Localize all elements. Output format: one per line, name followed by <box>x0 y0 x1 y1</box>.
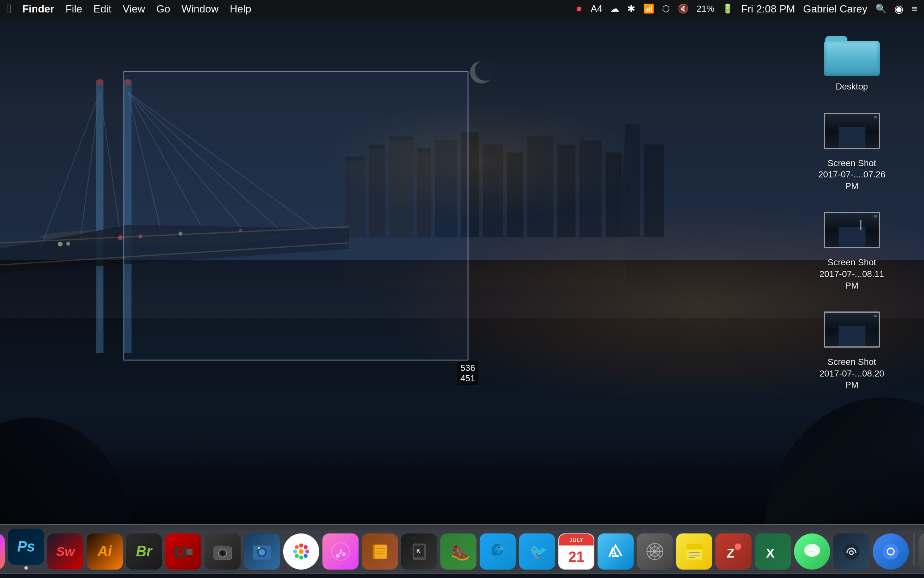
twitter-icon: 🐦 <box>519 533 555 570</box>
airplay-icon[interactable]: ⬡ <box>662 4 670 14</box>
photoshop-icon: Ps <box>8 529 44 565</box>
spotlight-icon[interactable]: 🔍 <box>875 4 886 14</box>
dock-separator <box>914 533 914 565</box>
menu-bar:  Finder File Edit View Go Window Help ⏺… <box>0 0 924 18</box>
dock-item-illustrator[interactable]: Ai <box>87 533 123 570</box>
menu-view[interactable]: View <box>123 3 145 15</box>
svg-line-4 <box>40 92 100 249</box>
dock-item-chromium[interactable] <box>873 533 909 570</box>
battery-percent: 21% <box>697 4 714 14</box>
svg-text:🥾: 🥾 <box>451 543 470 562</box>
excel-icon: X <box>755 533 791 570</box>
screenshot-1-icon[interactable]: Screen Shot 2017-07-....07.26 PM <box>812 109 892 192</box>
svg-rect-67 <box>218 545 223 548</box>
svg-rect-61 <box>186 549 192 555</box>
svg-point-72 <box>299 549 304 554</box>
acrobat-indicator[interactable]: A4 <box>591 3 602 14</box>
svg-point-75 <box>293 550 297 554</box>
dock-item-iphoto[interactable] <box>244 533 280 570</box>
iphoto-icon <box>244 533 280 570</box>
kindle-icon: K <box>401 533 437 570</box>
dock-item-red-giant[interactable] <box>165 533 201 570</box>
svg-point-76 <box>305 550 309 554</box>
svg-point-126 <box>888 549 894 554</box>
menu-go[interactable]: Go <box>156 3 170 15</box>
dock-item-screenshot[interactable] <box>919 533 924 570</box>
dock-item-hiking[interactable]: 🥾 <box>440 533 476 570</box>
dock-item-bridge[interactable]: Br <box>126 533 162 570</box>
screenshot-2-icon[interactable]: Screen Shot 2017-07-...08.11 PM <box>812 208 892 291</box>
screenshot-tool-icon <box>919 533 924 570</box>
wifi-icon[interactable]: 📶 <box>643 4 654 14</box>
screenshot-2-label: Screen Shot 2017-07-...08.11 PM <box>812 257 892 291</box>
screenshot-1-label: Screen Shot 2017-07-....07.26 PM <box>812 158 892 192</box>
cloud-icon[interactable]: ☁ <box>610 4 619 14</box>
user-icon[interactable]: ◉ <box>894 3 904 15</box>
dock-item-siri[interactable] <box>0 533 5 570</box>
dock-item-image-capture[interactable] <box>205 533 241 570</box>
svg-point-32 <box>475 60 496 81</box>
datetime[interactable]: Fri 2:08 PM <box>741 3 795 15</box>
desktop-folder-label: Desktop <box>836 81 868 93</box>
dock-item-ibooks[interactable] <box>362 533 398 570</box>
siri-icon <box>0 533 5 570</box>
svg-point-79 <box>295 554 299 558</box>
svg-point-98 <box>498 547 500 548</box>
svg-text:Z: Z <box>727 546 735 560</box>
bluetooth-icon[interactable]: ✱ <box>627 3 635 14</box>
svg-rect-26 <box>644 144 664 237</box>
svg-point-80 <box>304 554 308 558</box>
svg-line-10 <box>128 92 281 231</box>
svg-point-3 <box>125 79 131 85</box>
dock-item-launchpad[interactable] <box>637 533 673 570</box>
messages-icon: ... <box>794 533 830 570</box>
dock-item-kindle[interactable]: K <box>401 533 437 570</box>
svg-text:X: X <box>766 546 775 560</box>
dock-item-photoshop[interactable]: Ps <box>8 529 44 570</box>
dock-item-app-store[interactable]: A <box>598 533 634 570</box>
svg-point-36 <box>58 242 63 246</box>
svg-rect-111 <box>687 544 702 550</box>
selection-dimensions: 536 451 <box>457 361 478 385</box>
user-name[interactable]: Gabriel Carey <box>803 3 867 15</box>
dock-item-speedgrade[interactable]: Sw <box>47 533 83 570</box>
svg-point-74 <box>299 556 303 560</box>
photos-icon <box>283 533 319 570</box>
dock-item-notes[interactable] <box>676 533 712 570</box>
svg-line-9 <box>128 92 241 227</box>
volume-icon[interactable]: 🔇 <box>678 4 689 14</box>
menu-edit[interactable]: Edit <box>93 3 111 15</box>
screenshot-3-icon[interactable]: Screen Shot 2017-07-...08.20 PM <box>812 307 892 391</box>
dock-item-steam[interactable] <box>833 533 869 570</box>
svg-point-39 <box>138 234 142 238</box>
svg-point-38 <box>118 235 123 240</box>
dock-item-photos[interactable] <box>283 533 319 570</box>
dock-item-excel[interactable]: X <box>755 533 791 570</box>
svg-text:...: ... <box>808 547 813 553</box>
svg-rect-44 <box>345 239 626 287</box>
dock-item-itunes[interactable]: ♪ <box>322 533 359 570</box>
menu-help[interactable]: Help <box>230 3 251 15</box>
ibooks-icon <box>362 533 398 570</box>
dock-item-calendar[interactable]: JULY 21 <box>558 533 594 570</box>
battery-icon[interactable]: 🔋 <box>722 4 733 14</box>
apple-menu[interactable]:  <box>6 2 11 16</box>
menu-file[interactable]: File <box>65 3 82 15</box>
desktop-icons-area: Desktop Screen Shot 2017-07-....07.26 PM… <box>812 32 892 391</box>
chromium-icon <box>873 533 909 570</box>
svg-rect-85 <box>373 545 387 559</box>
menu-window[interactable]: Window <box>181 3 218 15</box>
illustrator-icon: Ai <box>87 533 123 570</box>
dock: Ps Sw Ai Br <box>0 524 924 574</box>
app-store-icon: A <box>598 533 634 570</box>
svg-line-11 <box>128 92 321 233</box>
svg-point-37 <box>66 242 70 246</box>
dock-item-messages[interactable]: ... <box>794 533 830 570</box>
dock-item-bird[interactable] <box>480 533 516 570</box>
dock-item-twitter[interactable]: 🐦 <box>519 533 555 570</box>
dock-item-filezilla[interactable]: Z <box>715 533 752 570</box>
menu-finder[interactable]: Finder <box>22 3 54 15</box>
notification-icon[interactable]: ≡ <box>912 3 918 15</box>
record-indicator[interactable]: ⏺ <box>575 5 583 13</box>
desktop-folder-icon[interactable]: Desktop <box>812 32 892 93</box>
